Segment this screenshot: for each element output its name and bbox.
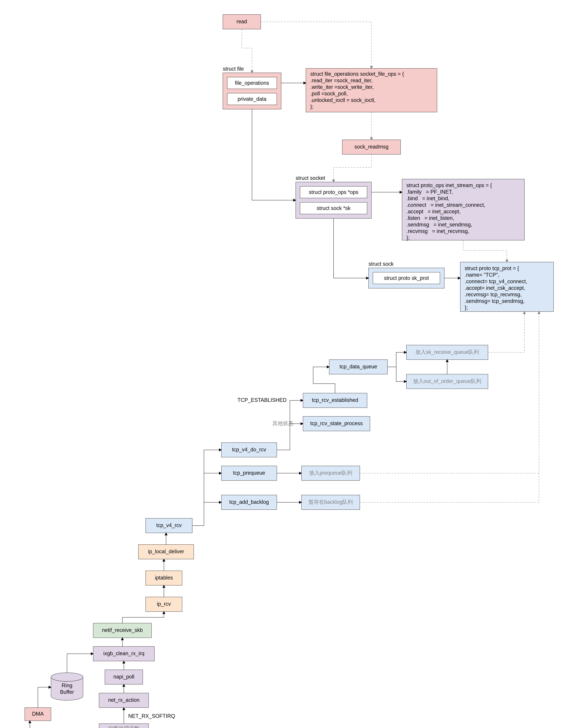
svg-text:struct proto_ops *ops: struct proto_ops *ops (309, 189, 358, 195)
svg-text:struct sock: struct sock (369, 261, 394, 267)
svg-text:.connect= tcp_v4_connect,: .connect= tcp_v4_connect, (465, 278, 527, 284)
label-other-state: 其他状态 (272, 420, 294, 426)
edge-socksk-to-sock (334, 218, 369, 278)
svg-text:napi_poll: napi_poll (113, 674, 134, 680)
svg-text:.recvmsg   = inet_recvmsg,: .recvmsg = inet_recvmsg, (407, 228, 469, 234)
svg-text:tcp_add_backlog: tcp_add_backlog (229, 499, 269, 505)
svg-text:放入out_of_order_queue队列: 放入out_of_order_queue队列 (413, 378, 481, 384)
svg-text:.poll =sock_poll,: .poll =sock_poll, (310, 91, 348, 97)
svg-text:.family   = PF_INET,: .family = PF_INET, (407, 189, 453, 195)
svg-text:tcp_rcv_established: tcp_rcv_established (312, 397, 358, 403)
svg-text:netif_receive_skb: netif_receive_skb (102, 627, 143, 633)
svg-text:.bind   = inet_bind,: .bind = inet_bind, (407, 195, 449, 201)
svg-text:放入sk_receive_queue队列: 放入sk_receive_queue队列 (416, 349, 479, 355)
node-tcp-prot: struct proto tcp_prot = { .name= "TCP", … (460, 262, 554, 312)
svg-text:.name= "TCP",: .name= "TCP", (465, 272, 500, 278)
svg-text:ixgb_clean_rx_irq: ixgb_clean_rx_irq (103, 650, 144, 656)
node-socket-file-ops: struct file_operations socket_file_ops =… (306, 68, 437, 112)
svg-text:struct proto sk_prot: struct proto sk_prot (384, 275, 429, 281)
svg-text:中断处理函数: 中断处理函数 (108, 725, 139, 728)
svg-text:};: }; (310, 104, 314, 110)
svg-text:暂存在backlog队列: 暂存在backlog队列 (309, 499, 353, 505)
node-sk-receive-queue: 放入sk_receive_queue队列 (407, 345, 488, 360)
svg-text:iptables: iptables (155, 575, 173, 581)
node-sock-readmsg: sock_readmsg (342, 140, 401, 154)
edge-tdq-to-ooo (388, 367, 407, 381)
svg-text:struct proto tcp_prot = {: struct proto tcp_prot = { (465, 265, 519, 271)
node-netif-receive-skb: netif_receive_skb (93, 623, 151, 638)
node-tcp-v4-do-rcv: tcp_v4_do_rcv (221, 443, 277, 457)
label-net-rx-softirq: NET_RX_SOFTIRQ (128, 713, 175, 719)
svg-text:file_operations: file_operations (235, 80, 269, 86)
svg-text:.sendmsg   = inet_sendmsg,: .sendmsg = inet_sendmsg, (407, 222, 472, 228)
edge-ring-to-ixgbclean (67, 654, 93, 673)
edge-dma-to-ring (38, 687, 51, 708)
node-tcp-v4-rcv: tcp_v4_rcv (146, 518, 192, 533)
svg-text:.write_iter =sock_write_iter,: .write_iter =sock_write_iter, (310, 84, 374, 90)
edge-prequeue-dashed (360, 312, 539, 473)
svg-text:tcp_prequeue: tcp_prequeue (233, 470, 265, 476)
node-tcp-rcv-established: tcp_rcv_established (303, 393, 367, 408)
svg-text:struct proto_ops inet_stream_o: struct proto_ops inet_stream_ops = { (407, 182, 492, 188)
svg-text:.accept= inet_csk_accept,: .accept= inet_csk_accept, (465, 285, 525, 291)
svg-text:.accept   = inet_accept,: .accept = inet_accept, (407, 208, 461, 214)
edge-read-to-fileops (261, 22, 372, 68)
node-iptables: iptables (146, 571, 182, 585)
svg-text:struct file: struct file (223, 66, 244, 72)
svg-text:放入prequeue队列: 放入prequeue队列 (309, 470, 352, 476)
svg-text:tcp_rcv_state_process: tcp_rcv_state_process (310, 420, 363, 426)
node-tcp-add-backlog: tcp_add_backlog (221, 495, 277, 510)
edge-inet-to-tcpprot (463, 240, 507, 262)
node-net-rx-action: net_rx_action (99, 693, 148, 708)
svg-text:Ring: Ring (62, 682, 72, 688)
node-ixgb-clean-rx-irq: ixgb_clean_rx_irq (93, 646, 154, 661)
node-napi-poll: napi_poll (105, 670, 143, 684)
svg-text:.unlocked_ioctl = sock_ioctl,: .unlocked_ioctl = sock_ioctl, (310, 97, 375, 103)
svg-text:struct sock *sk: struct sock *sk (317, 205, 351, 211)
node-dma: DMA (25, 708, 51, 721)
edge-netif-to-iprcv (122, 612, 164, 623)
svg-text:tcp_data_queue: tcp_data_queue (340, 364, 377, 370)
node-out-of-order-queue: 放入out_of_order_queue队列 (407, 374, 488, 389)
edge-backlog-dashed (360, 473, 539, 502)
svg-text:.listen   = inet_listen,: .listen = inet_listen, (407, 215, 454, 221)
svg-text:ip_rcv: ip_rcv (157, 601, 171, 607)
node-inet-stream-ops: struct proto_ops inet_stream_ops = { .fa… (402, 179, 524, 241)
edge-skq-to-tcpprot (488, 312, 524, 352)
node-struct-sock: struct sock struct proto sk_prot (369, 261, 444, 288)
diagram-canvas: read struct file file_operations private… (0, 0, 563, 728)
svg-text:.recvmsg= tcp_recvmsg,: .recvmsg= tcp_recvmsg, (465, 291, 522, 297)
svg-text:DMA: DMA (32, 711, 44, 717)
svg-text:};: }; (465, 305, 468, 311)
node-tcp-data-queue: tcp_data_queue (329, 360, 388, 374)
svg-text:.connect   = inet_stream_conne: .connect = inet_stream_connect, (407, 202, 485, 208)
edge-privatedata-to-socket (252, 109, 296, 200)
node-ip-rcv: ip_rcv (146, 597, 182, 612)
svg-text:private_data: private_data (237, 96, 266, 102)
node-ring-buffer: Ring Buffer (51, 673, 83, 700)
node-tcp-rcv-state-process: tcp_rcv_state_process (303, 416, 370, 431)
label-tcp-established: TCP_ESTABLISHED (237, 397, 287, 403)
svg-text:net_rx_action: net_rx_action (108, 697, 139, 703)
svg-text:Buffer: Buffer (60, 689, 74, 695)
node-tcp-prequeue: tcp_prequeue (221, 466, 277, 480)
node-ixgb-intr: 中断处理函数 ixgb_intr (99, 724, 148, 728)
svg-text:tcp_v4_do_rcv: tcp_v4_do_rcv (232, 447, 266, 453)
edge-readmsg-to-socket (334, 154, 372, 182)
node-prequeue: 放入prequeue队列 (302, 466, 360, 480)
svg-text:read: read (236, 18, 247, 24)
svg-text:tcp_v4_rcv: tcp_v4_rcv (156, 522, 182, 528)
node-backlog: 暂存在backlog队列 (302, 495, 360, 510)
node-read: read (223, 15, 261, 29)
svg-text:struct socket: struct socket (296, 175, 325, 181)
edge-tdq-to-skq (388, 352, 407, 367)
svg-text:.sendmsg= tcp_sendmsg,: .sendmsg= tcp_sendmsg, (465, 298, 525, 304)
svg-text:sock_readmsg: sock_readmsg (355, 144, 389, 150)
svg-text:};: }; (407, 235, 410, 241)
svg-text:.read_iter =sock_read_iter,: .read_iter =sock_read_iter, (310, 77, 373, 83)
svg-text:ip_local_deliver: ip_local_deliver (148, 548, 184, 554)
svg-text:struct file_operations socket_: struct file_operations socket_file_ops =… (310, 71, 404, 77)
edge-dorcv-trunk (192, 450, 204, 526)
node-ip-local-deliver: ip_local_deliver (138, 545, 194, 559)
svg-point-90 (51, 673, 83, 681)
